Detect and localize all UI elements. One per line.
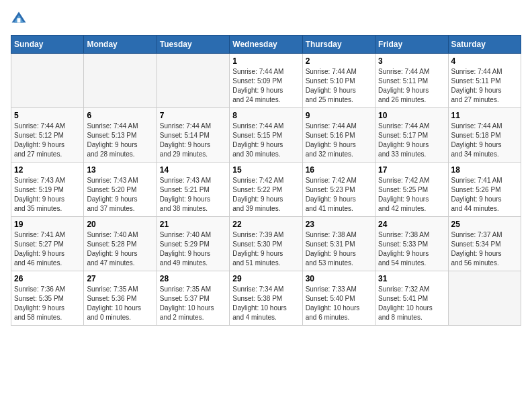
- day-number: 28: [160, 274, 226, 283]
- day-number: 1: [232, 56, 299, 66]
- day-info: Sunrise: 7:41 AM Sunset: 5:26 PM Dayligh…: [451, 176, 518, 214]
- day-info: Sunrise: 7:44 AM Sunset: 5:10 PM Dayligh…: [306, 67, 372, 105]
- calendar-cell: 5Sunrise: 7:44 AM Sunset: 5:12 PM Daylig…: [11, 108, 84, 163]
- calendar-cell: 19Sunrise: 7:41 AM Sunset: 5:27 PM Dayli…: [11, 217, 84, 271]
- day-info: Sunrise: 7:44 AM Sunset: 5:09 PM Dayligh…: [232, 67, 299, 105]
- calendar-cell: 6Sunrise: 7:44 AM Sunset: 5:13 PM Daylig…: [84, 108, 157, 163]
- day-info: Sunrise: 7:35 AM Sunset: 5:37 PM Dayligh…: [160, 285, 226, 322]
- day-number: 30: [306, 274, 372, 283]
- column-header-thursday: Thursday: [302, 36, 375, 54]
- calendar-cell: 20Sunrise: 7:40 AM Sunset: 5:28 PM Dayli…: [84, 217, 157, 271]
- day-info: Sunrise: 7:42 AM Sunset: 5:22 PM Dayligh…: [232, 176, 299, 214]
- calendar-cell: 29Sunrise: 7:34 AM Sunset: 5:38 PM Dayli…: [230, 271, 302, 326]
- day-number: 7: [160, 111, 226, 120]
- day-number: 6: [87, 111, 153, 120]
- day-number: 20: [87, 220, 153, 229]
- calendar-cell: [11, 54, 84, 108]
- calendar-cell: 24Sunrise: 7:38 AM Sunset: 5:33 PM Dayli…: [375, 217, 448, 271]
- column-header-monday: Monday: [84, 36, 157, 54]
- day-number: 27: [87, 274, 153, 283]
- calendar-cell: 25Sunrise: 7:37 AM Sunset: 5:34 PM Dayli…: [448, 217, 521, 271]
- calendar-cell: [157, 54, 229, 108]
- calendar-cell: 13Sunrise: 7:43 AM Sunset: 5:20 PM Dayli…: [84, 163, 157, 217]
- day-info: Sunrise: 7:44 AM Sunset: 5:13 PM Dayligh…: [87, 122, 153, 159]
- column-header-friday: Friday: [375, 36, 448, 54]
- column-header-wednesday: Wednesday: [230, 36, 302, 54]
- day-number: 5: [14, 111, 81, 120]
- calendar-cell: 8Sunrise: 7:44 AM Sunset: 5:15 PM Daylig…: [230, 108, 302, 163]
- day-info: Sunrise: 7:44 AM Sunset: 5:11 PM Dayligh…: [378, 67, 445, 105]
- logo-icon: [11, 11, 27, 27]
- day-number: 14: [160, 165, 226, 175]
- day-info: Sunrise: 7:44 AM Sunset: 5:14 PM Dayligh…: [160, 122, 226, 159]
- day-info: Sunrise: 7:32 AM Sunset: 5:41 PM Dayligh…: [378, 285, 445, 322]
- calendar-cell: [84, 54, 157, 108]
- day-info: Sunrise: 7:39 AM Sunset: 5:30 PM Dayligh…: [232, 230, 299, 268]
- day-info: Sunrise: 7:44 AM Sunset: 5:12 PM Dayligh…: [14, 122, 81, 159]
- calendar-cell: 3Sunrise: 7:44 AM Sunset: 5:11 PM Daylig…: [375, 54, 448, 108]
- day-number: 15: [232, 165, 299, 175]
- day-info: Sunrise: 7:44 AM Sunset: 5:16 PM Dayligh…: [306, 122, 372, 159]
- day-number: 22: [232, 220, 299, 229]
- calendar-cell: 16Sunrise: 7:42 AM Sunset: 5:23 PM Dayli…: [302, 163, 375, 217]
- day-number: 17: [378, 165, 445, 175]
- calendar-cell: 22Sunrise: 7:39 AM Sunset: 5:30 PM Dayli…: [230, 217, 302, 271]
- calendar-cell: 14Sunrise: 7:43 AM Sunset: 5:21 PM Dayli…: [157, 163, 229, 217]
- calendar-cell: 4Sunrise: 7:44 AM Sunset: 5:11 PM Daylig…: [448, 54, 521, 108]
- day-number: 16: [306, 165, 372, 175]
- day-info: Sunrise: 7:43 AM Sunset: 5:19 PM Dayligh…: [14, 176, 81, 214]
- calendar-cell: 2Sunrise: 7:44 AM Sunset: 5:10 PM Daylig…: [302, 54, 375, 108]
- day-number: 4: [451, 56, 518, 66]
- calendar-cell: 23Sunrise: 7:38 AM Sunset: 5:31 PM Dayli…: [302, 217, 375, 271]
- day-number: 19: [14, 220, 81, 229]
- column-header-tuesday: Tuesday: [157, 36, 229, 54]
- day-info: Sunrise: 7:34 AM Sunset: 5:38 PM Dayligh…: [232, 285, 299, 322]
- day-number: 26: [14, 274, 81, 283]
- day-info: Sunrise: 7:38 AM Sunset: 5:33 PM Dayligh…: [378, 230, 445, 268]
- day-number: 12: [14, 165, 81, 175]
- calendar-cell: 17Sunrise: 7:42 AM Sunset: 5:25 PM Dayli…: [375, 163, 448, 217]
- calendar-cell: 9Sunrise: 7:44 AM Sunset: 5:16 PM Daylig…: [302, 108, 375, 163]
- calendar-cell: 27Sunrise: 7:35 AM Sunset: 5:36 PM Dayli…: [84, 271, 157, 326]
- calendar-cell: 30Sunrise: 7:33 AM Sunset: 5:40 PM Dayli…: [302, 271, 375, 326]
- page-header: [11, 11, 521, 27]
- calendar-cell: 28Sunrise: 7:35 AM Sunset: 5:37 PM Dayli…: [157, 271, 229, 326]
- day-number: 11: [451, 111, 518, 120]
- day-info: Sunrise: 7:41 AM Sunset: 5:27 PM Dayligh…: [14, 230, 81, 268]
- day-info: Sunrise: 7:40 AM Sunset: 5:29 PM Dayligh…: [160, 230, 226, 268]
- day-info: Sunrise: 7:37 AM Sunset: 5:34 PM Dayligh…: [451, 230, 518, 268]
- calendar-cell: 11Sunrise: 7:44 AM Sunset: 5:18 PM Dayli…: [448, 108, 521, 163]
- calendar-cell: 26Sunrise: 7:36 AM Sunset: 5:35 PM Dayli…: [11, 271, 84, 326]
- day-number: 29: [232, 274, 299, 283]
- day-number: 8: [232, 111, 299, 120]
- day-info: Sunrise: 7:35 AM Sunset: 5:36 PM Dayligh…: [87, 285, 153, 322]
- calendar-cell: 7Sunrise: 7:44 AM Sunset: 5:14 PM Daylig…: [157, 108, 229, 163]
- calendar-week-row: 12Sunrise: 7:43 AM Sunset: 5:19 PM Dayli…: [11, 163, 521, 217]
- calendar-cell: 12Sunrise: 7:43 AM Sunset: 5:19 PM Dayli…: [11, 163, 84, 217]
- day-number: 21: [160, 220, 226, 229]
- day-info: Sunrise: 7:38 AM Sunset: 5:31 PM Dayligh…: [306, 230, 372, 268]
- calendar-cell: 10Sunrise: 7:44 AM Sunset: 5:17 PM Dayli…: [375, 108, 448, 163]
- calendar-table: SundayMondayTuesdayWednesdayThursdayFrid…: [11, 35, 521, 326]
- day-info: Sunrise: 7:40 AM Sunset: 5:28 PM Dayligh…: [87, 230, 153, 268]
- calendar-cell: [448, 271, 521, 326]
- day-info: Sunrise: 7:44 AM Sunset: 5:11 PM Dayligh…: [451, 67, 518, 105]
- day-number: 13: [87, 165, 153, 175]
- calendar-week-row: 19Sunrise: 7:41 AM Sunset: 5:27 PM Dayli…: [11, 217, 521, 271]
- day-number: 25: [451, 220, 518, 229]
- calendar-week-row: 1Sunrise: 7:44 AM Sunset: 5:09 PM Daylig…: [11, 54, 521, 108]
- day-number: 18: [451, 165, 518, 175]
- day-info: Sunrise: 7:43 AM Sunset: 5:21 PM Dayligh…: [160, 176, 226, 214]
- calendar-header-row: SundayMondayTuesdayWednesdayThursdayFrid…: [11, 36, 521, 54]
- day-number: 2: [306, 56, 372, 66]
- calendar-week-row: 5Sunrise: 7:44 AM Sunset: 5:12 PM Daylig…: [11, 108, 521, 163]
- calendar-cell: 21Sunrise: 7:40 AM Sunset: 5:29 PM Dayli…: [157, 217, 229, 271]
- column-header-sunday: Sunday: [11, 36, 84, 54]
- calendar-week-row: 26Sunrise: 7:36 AM Sunset: 5:35 PM Dayli…: [11, 271, 521, 326]
- day-number: 31: [378, 274, 445, 283]
- day-info: Sunrise: 7:43 AM Sunset: 5:20 PM Dayligh…: [87, 176, 153, 214]
- logo: [11, 11, 30, 27]
- column-header-saturday: Saturday: [448, 36, 521, 54]
- day-info: Sunrise: 7:42 AM Sunset: 5:23 PM Dayligh…: [306, 176, 372, 214]
- day-info: Sunrise: 7:44 AM Sunset: 5:18 PM Dayligh…: [451, 122, 518, 159]
